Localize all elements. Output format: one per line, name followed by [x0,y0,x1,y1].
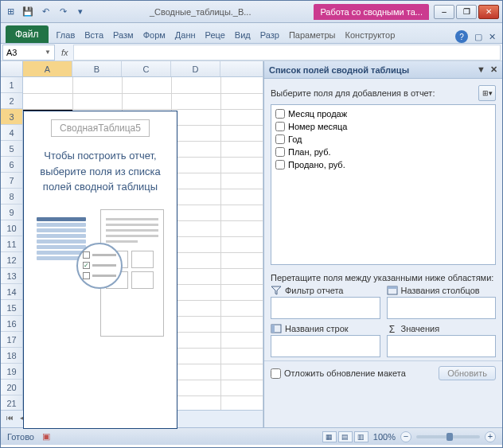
rows-icon [271,324,282,333]
pane-close-icon[interactable]: ✕ [490,64,497,75]
svg-rect-3 [271,325,275,333]
row-header[interactable]: 14 [1,284,22,300]
row-headers: 123456789101112131415161718192021 [1,77,23,410]
col-header-c[interactable]: C [122,61,171,76]
minimize-button[interactable]: – [434,5,454,19]
select-all-corner[interactable] [1,61,23,76]
field-checkbox[interactable] [275,147,285,157]
contextual-tab-header: Работа со сводными та... [314,4,429,20]
row-header[interactable]: 18 [1,348,22,364]
redo-icon[interactable]: ↷ [57,6,69,18]
formula-input[interactable] [73,45,501,60]
row-header[interactable]: 16 [1,316,22,332]
field-checkbox[interactable] [275,122,285,131]
tab-formulas[interactable]: Форм [138,27,170,43]
tab-review[interactable]: Реце [201,27,230,43]
tab-layout[interactable]: Разм [108,27,138,43]
row-header[interactable]: 10 [1,220,22,236]
close-button[interactable]: ✕ [478,5,499,19]
tab-design[interactable]: Конструктор [341,27,400,43]
row-header[interactable]: 9 [1,205,22,220]
field-item[interactable]: План, руб. [274,146,493,158]
row-header[interactable]: 1 [1,77,22,93]
zoom-in-button[interactable]: + [485,431,496,442]
row-header[interactable]: 4 [1,125,22,141]
row-header[interactable]: 17 [1,332,22,348]
row-header[interactable]: 19 [1,364,22,380]
field-item[interactable]: Номер месяца [274,120,493,133]
field-item[interactable]: Год [274,133,493,146]
tab-data[interactable]: Данн [170,27,201,43]
columns-icon [387,286,398,295]
col-header-b[interactable]: B [72,61,122,76]
tab-options[interactable]: Параметры [284,27,341,43]
workbook-close-icon[interactable]: ✕ [489,32,496,42]
zoom-slider[interactable] [416,435,480,438]
tab-developer[interactable]: Разр [255,27,284,43]
refresh-button[interactable]: Обновить [439,366,496,380]
pivot-field-list-pane: Список полей сводной таблицы ▼✕ Выберите… [263,61,502,427]
field-item[interactable]: Месяц продаж [274,107,493,120]
row-header[interactable]: 13 [1,268,22,284]
columns-drop-zone[interactable] [387,297,497,319]
rows-area[interactable]: Названия строк [271,322,380,357]
tab-home[interactable]: Глав [52,27,80,43]
columns-area[interactable]: Названия столбцов [387,284,497,319]
layout-button[interactable]: ⊞▾ [478,85,496,101]
qat-dropdown-icon[interactable]: ▾ [74,6,87,18]
pane-title: Список полей сводной таблицы [269,65,409,75]
row-header[interactable]: 5 [1,141,22,157]
zoom-out-button[interactable]: − [400,431,411,442]
tab-insert[interactable]: Вста [80,27,108,43]
row-header[interactable]: 21 [1,395,22,410]
pane-menu-icon[interactable]: ▼ [477,64,485,75]
filter-drop-zone[interactable] [271,297,380,319]
zoom-level[interactable]: 100% [373,432,396,442]
chevron-down-icon[interactable]: ▼ [45,49,51,56]
row-header[interactable]: 8 [1,189,22,205]
row-header[interactable]: 20 [1,380,22,395]
field-checkbox[interactable] [275,134,285,144]
row-header[interactable]: 2 [1,93,22,109]
row-header[interactable]: 3 [1,109,22,125]
pane-title-bar[interactable]: Список полей сводной таблицы ▼✕ [264,61,502,79]
filter-area[interactable]: Фильтр отчета [271,284,380,319]
row-header[interactable]: 15 [1,300,22,316]
row-header[interactable]: 6 [1,157,22,173]
minimize-ribbon-icon[interactable]: ▢ [474,32,482,42]
pane-subtitle: Выберите поля для добавления в отчет: [271,88,435,98]
defer-update-checkbox[interactable]: Отложить обновление макета [271,368,406,379]
field-item[interactable]: Продано, руб. [274,158,493,171]
name-box-value: A3 [6,48,17,57]
values-drop-zone[interactable] [387,335,497,357]
col-header-a[interactable]: A [23,61,72,76]
page-break-view-button[interactable]: ▥ [354,431,368,442]
excel-icon: ⊞ [4,6,17,18]
file-tab[interactable]: Файл [6,25,49,43]
rows-drop-zone[interactable] [271,335,380,357]
normal-view-button[interactable]: ▦ [322,431,337,442]
row-header[interactable]: 11 [1,236,22,252]
tab-nav-first[interactable]: ⏮ [4,414,15,425]
field-label: Год [288,134,302,144]
tab-view[interactable]: Вид [230,27,255,43]
macro-record-icon[interactable]: ▣ [42,431,50,442]
row-header[interactable]: 12 [1,252,22,268]
field-checkbox[interactable] [275,109,285,119]
page-layout-view-button[interactable]: ▤ [338,431,353,442]
field-list[interactable]: Месяц продажНомер месяцаГодПлан, руб.Про… [271,104,496,265]
fx-icon[interactable]: fx [57,48,73,57]
field-label: План, руб. [288,147,331,157]
row-header[interactable]: 7 [1,173,22,189]
help-icon[interactable]: ? [455,30,468,43]
pivot-placeholder[interactable]: СводнаяТаблица5 Чтобы построить отчет, в… [23,111,177,429]
window-controls: – ❐ ✕ [434,5,499,19]
undo-icon[interactable]: ↶ [39,6,52,18]
save-icon[interactable]: 💾 [21,6,34,18]
col-header-d[interactable]: D [171,61,220,76]
name-box[interactable]: A3 ▼ [2,45,55,60]
values-area[interactable]: ΣЗначения [387,322,497,357]
field-checkbox[interactable] [275,160,285,169]
drag-instructions: Перетащите поля между указанными ниже об… [264,270,502,284]
restore-button[interactable]: ❐ [456,5,477,19]
